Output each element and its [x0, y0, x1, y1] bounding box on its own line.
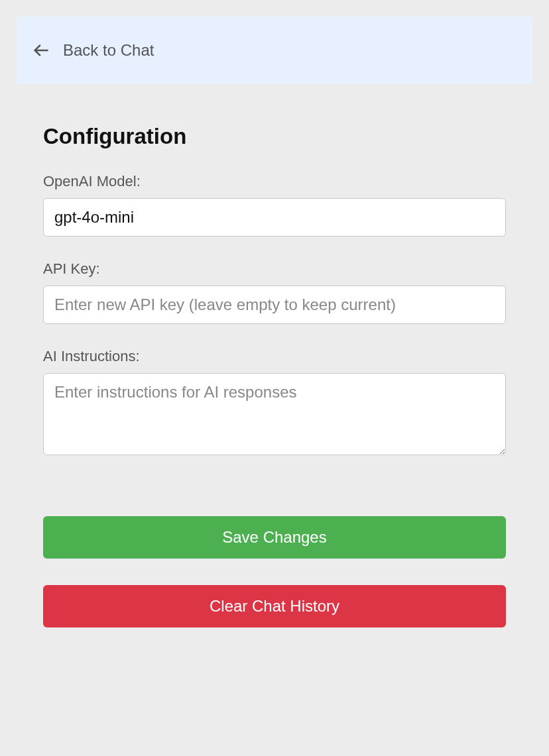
api-key-field-group: API Key:	[43, 260, 506, 324]
instructions-textarea[interactable]	[43, 373, 506, 455]
header-bar: Back to Chat	[17, 17, 532, 84]
back-arrow-icon[interactable]	[31, 40, 51, 60]
api-key-input[interactable]	[43, 286, 506, 324]
api-key-label: API Key:	[43, 260, 506, 278]
model-input[interactable]	[43, 198, 506, 237]
clear-history-button[interactable]: Clear Chat History	[43, 585, 506, 627]
model-field-group: OpenAI Model:	[43, 173, 506, 237]
save-button[interactable]: Save Changes	[43, 516, 506, 559]
page-title: Configuration	[43, 124, 506, 149]
action-buttons: Save Changes Clear Chat History	[43, 516, 506, 627]
model-label: OpenAI Model:	[43, 173, 506, 190]
instructions-label: AI Instructions:	[43, 348, 506, 365]
instructions-field-group: AI Instructions:	[43, 348, 506, 458]
back-to-chat-link[interactable]: Back to Chat	[63, 41, 154, 60]
content-area: Configuration OpenAI Model: API Key: AI …	[0, 84, 549, 627]
